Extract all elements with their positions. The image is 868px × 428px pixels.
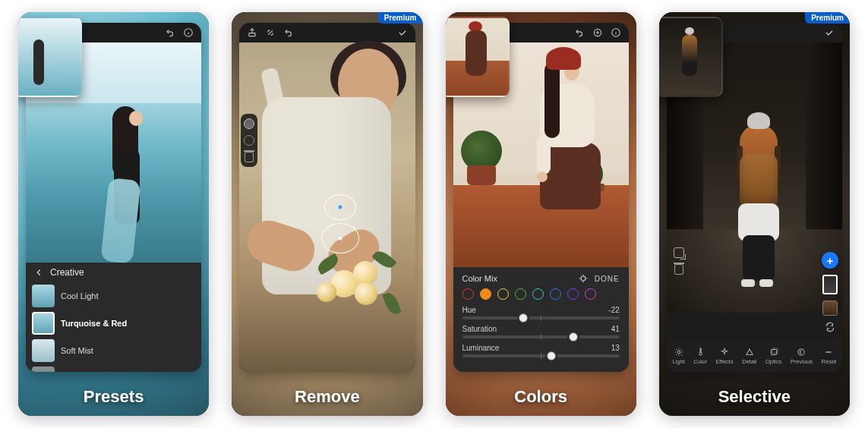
color-swatch-purple[interactable] bbox=[567, 288, 579, 300]
back-icon bbox=[796, 347, 806, 357]
invert-icon[interactable] bbox=[825, 322, 835, 332]
heal-toolbox bbox=[241, 114, 257, 167]
color-swatch-orange[interactable] bbox=[480, 288, 491, 300]
inset-before-thumb bbox=[659, 17, 723, 97]
chevron-left-icon bbox=[33, 267, 44, 278]
slider-hue[interactable]: Hue-22 bbox=[462, 306, 620, 319]
slider-value: 41 bbox=[611, 325, 620, 333]
tool-previous[interactable]: Previous bbox=[791, 347, 813, 365]
svg-rect-16 bbox=[771, 350, 776, 355]
tool-label: Effects bbox=[716, 358, 734, 365]
heal-source-outline[interactable] bbox=[324, 194, 356, 220]
heal-brush-button[interactable] bbox=[244, 118, 254, 129]
mask-thumb-selected[interactable] bbox=[822, 275, 838, 294]
presets-panel: Creative Cool Light Turquoise & Red Soft… bbox=[26, 263, 201, 372]
check-icon[interactable] bbox=[824, 27, 835, 38]
color-mix-panel: Color Mix DONE Hue-22 Saturation41 bbox=[453, 267, 629, 372]
slider-label: Hue bbox=[462, 306, 476, 314]
inset-before-thumb bbox=[18, 17, 82, 97]
tool-light[interactable]: Light bbox=[673, 347, 685, 365]
color-swatch-row bbox=[462, 288, 620, 300]
preset-thumb bbox=[32, 367, 55, 372]
presets-category-label: Creative bbox=[50, 267, 84, 278]
info-icon[interactable] bbox=[611, 27, 621, 38]
tool-label: Optics bbox=[765, 358, 781, 365]
color-swatch-magenta[interactable] bbox=[585, 288, 596, 300]
undo-icon[interactable] bbox=[165, 27, 175, 38]
tool-color[interactable]: Color bbox=[693, 347, 707, 365]
svg-point-8 bbox=[581, 276, 586, 281]
preset-label: Soft Mist bbox=[61, 346, 93, 355]
dash-icon bbox=[823, 347, 834, 357]
thermometer-icon bbox=[695, 347, 705, 357]
selective-right-tools: + bbox=[821, 252, 839, 332]
expand-icon[interactable] bbox=[265, 27, 276, 38]
preset-label: Cool Light bbox=[61, 291, 99, 301]
info-icon[interactable] bbox=[183, 27, 194, 38]
edit-toolbar: Light Color Effects Detail Optics Previo… bbox=[667, 338, 842, 372]
tool-reset[interactable]: Reset bbox=[822, 347, 837, 365]
preset-row[interactable]: Vintage Instant bbox=[32, 364, 195, 372]
selective-left-tools bbox=[671, 247, 687, 281]
undo-icon[interactable] bbox=[283, 27, 294, 38]
screenshot-remove: Premium bbox=[232, 12, 422, 416]
preset-row[interactable]: Cool Light bbox=[32, 282, 195, 310]
check-icon[interactable] bbox=[397, 27, 408, 38]
presets-list: Cool Light Turquoise & Red Soft Mist Vin… bbox=[26, 282, 201, 372]
preset-thumb bbox=[32, 339, 55, 362]
screenshot-selective: Premium bbox=[659, 12, 850, 416]
preset-row[interactable]: Soft Mist bbox=[32, 337, 195, 364]
slider-luminance[interactable]: Luminance13 bbox=[462, 344, 620, 357]
photo-preview[interactable] bbox=[239, 42, 415, 372]
svg-rect-3 bbox=[249, 33, 255, 36]
color-swatch-yellow[interactable] bbox=[497, 288, 509, 300]
share-icon[interactable] bbox=[247, 27, 257, 38]
premium-badge: Premium bbox=[805, 12, 850, 24]
preset-label: Turquoise & Red bbox=[61, 319, 127, 328]
mask-thumb[interactable] bbox=[822, 301, 838, 316]
done-button[interactable]: DONE bbox=[595, 275, 620, 283]
preset-thumb bbox=[32, 285, 55, 307]
slider-saturation[interactable]: Saturation41 bbox=[462, 325, 620, 338]
tool-label: Light bbox=[673, 358, 685, 365]
inset-before-thumb bbox=[446, 17, 510, 97]
color-panel-title: Color Mix bbox=[462, 274, 497, 283]
undo-icon[interactable] bbox=[574, 27, 585, 38]
preset-thumb bbox=[32, 312, 55, 335]
svg-point-15 bbox=[677, 351, 680, 354]
slider-label: Luminance bbox=[462, 344, 500, 352]
triangle-icon bbox=[744, 347, 755, 357]
tool-detail[interactable]: Detail bbox=[742, 347, 756, 365]
sparkle-icon bbox=[719, 347, 730, 357]
premium-badge: Premium bbox=[378, 12, 423, 24]
heal-clone-button[interactable] bbox=[244, 135, 254, 146]
tool-label: Previous bbox=[791, 358, 813, 365]
presets-category-header[interactable]: Creative bbox=[26, 263, 201, 282]
screenshot-colors: Color Mix DONE Hue-22 Saturation41 bbox=[446, 12, 636, 416]
target-picker-icon[interactable] bbox=[578, 273, 589, 284]
tool-label: Detail bbox=[742, 358, 756, 365]
add-mask-button[interactable]: + bbox=[822, 252, 838, 269]
tool-label: Color bbox=[693, 358, 707, 365]
svg-point-18 bbox=[798, 349, 804, 355]
tool-label: Reset bbox=[822, 358, 837, 365]
stack-icon bbox=[769, 347, 779, 357]
tool-effects[interactable]: Effects bbox=[716, 347, 734, 365]
delete-mask-icon[interactable] bbox=[674, 264, 683, 275]
slider-label: Saturation bbox=[462, 325, 497, 333]
slider-value: 13 bbox=[611, 344, 620, 352]
sun-icon bbox=[674, 347, 684, 357]
svg-rect-17 bbox=[772, 348, 778, 354]
tool-optics[interactable]: Optics bbox=[765, 347, 781, 365]
preset-row[interactable]: Turquoise & Red bbox=[32, 310, 195, 337]
heal-delete-button[interactable] bbox=[245, 152, 254, 162]
compare-icon[interactable] bbox=[674, 247, 684, 258]
plus-icon[interactable] bbox=[592, 27, 603, 38]
screenshot-presets: Creative Cool Light Turquoise & Red Soft… bbox=[18, 12, 209, 416]
slider-value: -22 bbox=[608, 306, 619, 314]
heal-target-outline[interactable] bbox=[321, 223, 359, 253]
color-swatch-teal[interactable] bbox=[532, 288, 544, 300]
color-swatch-green[interactable] bbox=[515, 288, 526, 300]
color-swatch-blue[interactable] bbox=[550, 288, 561, 300]
color-swatch-red[interactable] bbox=[462, 288, 474, 300]
